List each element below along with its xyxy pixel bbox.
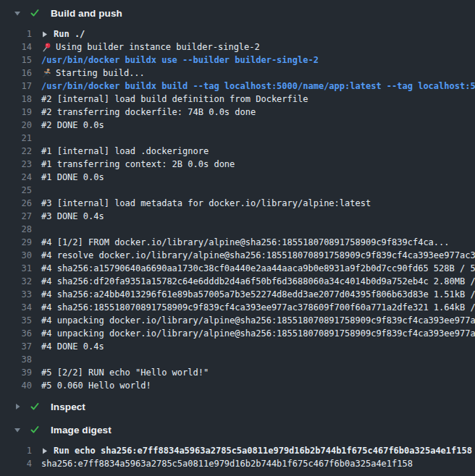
- log-line: 4sha256:e7ff8834a5963a2785c5a0811e979d16…: [0, 457, 475, 470]
- log-line-text: #1 transferring context: 2B 0.0s done: [41, 158, 235, 171]
- chevron-down-icon[interactable]: [14, 9, 21, 17]
- line-number-link[interactable]: 19: [0, 106, 32, 119]
- log-line-text: Using builder instance builder-single-2: [41, 41, 260, 54]
- log-text: #2 [internal] load build definition from…: [41, 93, 308, 106]
- log-line: 17/usr/bin/docker buildx build --tag loc…: [0, 80, 475, 93]
- log-text: sha256:e7ff8834a5963a2785c5a0811e979d16b…: [41, 457, 413, 470]
- log-line: 25: [0, 184, 475, 197]
- log-text: #1 DONE 0.0s: [41, 171, 104, 184]
- log-line: 23#1 transferring context: 2B 0.0s done: [0, 158, 475, 171]
- line-number-link[interactable]: 20: [0, 119, 32, 132]
- log-text: Run echo sha256:e7ff8834a5963a2785c5a081…: [54, 444, 472, 457]
- step-header-inspect[interactable]: Inspect: [0, 395, 475, 418]
- log-line-text: #1 [internal] load .dockerignore: [41, 145, 209, 158]
- step-header-image-digest[interactable]: Image digest: [0, 418, 475, 441]
- log-line: 38: [0, 353, 475, 366]
- log-line: 21: [0, 132, 475, 145]
- line-number-link[interactable]: 1: [0, 27, 32, 41]
- line-number-link[interactable]: 37: [0, 340, 32, 353]
- success-check-icon: [30, 8, 40, 18]
- line-number-link[interactable]: 15: [0, 54, 32, 67]
- log-line-text: /usr/bin/docker buildx build --tag local…: [41, 80, 475, 93]
- log-line: 24#1 DONE 0.0s: [0, 171, 475, 184]
- log-line: 39#5 [2/2] RUN echo "Hello world!": [0, 366, 475, 379]
- log-line: 28: [0, 223, 475, 236]
- log-line-text: #4 resolve docker.io/library/alpine@sha2…: [41, 249, 475, 262]
- log-line: 34#4 sha256:185518070891758909c9f839cf4c…: [0, 301, 475, 314]
- log-line: 1Run ./: [0, 27, 475, 41]
- line-number-link[interactable]: 17: [0, 80, 32, 93]
- line-number-link[interactable]: 4: [0, 457, 32, 470]
- step-title: Image digest: [51, 425, 112, 435]
- log-line: 33#4 sha256:a24bb4013296f61e89ba57005a7b…: [0, 288, 475, 301]
- log-text: #4 sha256:a24bb4013296f61e89ba57005a7b3e…: [41, 288, 475, 301]
- line-number-link[interactable]: 29: [0, 236, 32, 249]
- line-number-link[interactable]: 34: [0, 301, 32, 314]
- group-expand-icon[interactable]: [41, 31, 48, 38]
- log-line-text: #2 DONE 0.0s: [41, 119, 104, 132]
- line-number-link[interactable]: 14: [0, 41, 32, 54]
- line-number-link[interactable]: 33: [0, 288, 32, 301]
- log-line: 31#4 sha256:a15790640a6690aa1730c38cf0a4…: [0, 262, 475, 275]
- line-number-link[interactable]: 26: [0, 197, 32, 210]
- log-text: #1 [internal] load .dockerignore: [41, 145, 209, 158]
- log-line-text: #1 DONE 0.0s: [41, 171, 104, 184]
- log-line-text: #3 [internal] load metadata for docker.i…: [41, 197, 371, 210]
- log-text: #3 DONE 0.4s: [41, 210, 104, 223]
- line-number-link[interactable]: 39: [0, 366, 32, 379]
- group-expand-icon[interactable]: [41, 448, 48, 454]
- log-line-text: #5 0.060 Hello world!: [41, 379, 151, 392]
- log-line-text: #4 sha256:df20fa9351a15782c64e6dddb2d4a6…: [41, 275, 475, 288]
- log-line: 40#5 0.060 Hello world!: [0, 379, 475, 392]
- line-number-link[interactable]: 1: [0, 444, 32, 457]
- log-line: 36#4 unpacking docker.io/library/alpine@…: [0, 327, 475, 340]
- line-number-link[interactable]: 27: [0, 210, 32, 223]
- line-number-link[interactable]: 36: [0, 327, 32, 340]
- log-text: #4 resolve docker.io/library/alpine@sha2…: [41, 249, 475, 262]
- log-line-text: #4 sha256:a15790640a6690aa1730c38cf0a440…: [41, 262, 475, 275]
- log-group-line[interactable]: Run ./: [41, 27, 85, 41]
- success-check-icon: [30, 401, 40, 412]
- step-header-build-and-push[interactable]: Build and push: [0, 1, 475, 25]
- log-text: #4 unpacking docker.io/library/alpine@sh…: [41, 314, 475, 327]
- log-text: /usr/bin/docker buildx use --builder bui…: [41, 54, 319, 67]
- line-number-link[interactable]: 40: [0, 379, 32, 392]
- line-number-link[interactable]: 38: [0, 353, 32, 366]
- log-line-text: #5 [2/2] RUN echo "Hello world!": [41, 366, 209, 379]
- step-title: Inspect: [51, 401, 85, 412]
- log-line: 32#4 sha256:df20fa9351a15782c64e6dddb2d4…: [0, 275, 475, 288]
- log-line-text: #4 unpacking docker.io/library/alpine@sh…: [41, 314, 475, 327]
- log-line-text: #3 DONE 0.4s: [41, 210, 104, 223]
- log-text: #4 unpacking docker.io/library/alpine@sh…: [41, 327, 475, 340]
- log-text: #5 0.060 Hello world!: [41, 379, 151, 392]
- line-number-link[interactable]: 21: [0, 132, 32, 145]
- log-text: #2 DONE 0.0s: [41, 119, 104, 132]
- line-number-link[interactable]: 25: [0, 184, 32, 197]
- runner-icon: [41, 68, 51, 78]
- line-number-link[interactable]: 32: [0, 275, 32, 288]
- log-line: 37#4 DONE 0.4s: [0, 340, 475, 353]
- step-title: Build and push: [51, 8, 122, 19]
- success-check-icon: [30, 425, 40, 435]
- line-number-link[interactable]: 22: [0, 145, 32, 158]
- log-text: Starting build...: [56, 67, 145, 80]
- log-group-line[interactable]: Run echo sha256:e7ff8834a5963a2785c5a081…: [41, 444, 472, 457]
- line-number-link[interactable]: 16: [0, 67, 32, 80]
- line-number-link[interactable]: 24: [0, 171, 32, 184]
- line-number-link[interactable]: 18: [0, 93, 32, 106]
- log-line: 30#4 resolve docker.io/library/alpine@sh…: [0, 249, 475, 262]
- chevron-right-icon[interactable]: [14, 403, 21, 410]
- line-number-link[interactable]: 31: [0, 262, 32, 275]
- line-number-link[interactable]: 30: [0, 249, 32, 262]
- log-line-text: #4 sha256:185518070891758909c9f839cf4ca3…: [41, 301, 475, 314]
- chevron-down-icon[interactable]: [14, 426, 21, 433]
- line-number-link[interactable]: 28: [0, 223, 32, 236]
- log-text: /usr/bin/docker buildx build --tag local…: [41, 80, 475, 93]
- log-text: #4 sha256:a15790640a6690aa1730c38cf0a440…: [41, 262, 475, 275]
- line-number-link[interactable]: 23: [0, 158, 32, 171]
- line-number-link[interactable]: 35: [0, 314, 32, 327]
- log-text: #2 transferring dockerfile: 74B 0.0s don…: [41, 106, 256, 119]
- log-text: Using builder instance builder-single-2: [56, 41, 260, 54]
- log-text: #4 DONE 0.4s: [41, 340, 104, 353]
- log-line: 1Run echo sha256:e7ff8834a5963a2785c5a08…: [0, 444, 475, 457]
